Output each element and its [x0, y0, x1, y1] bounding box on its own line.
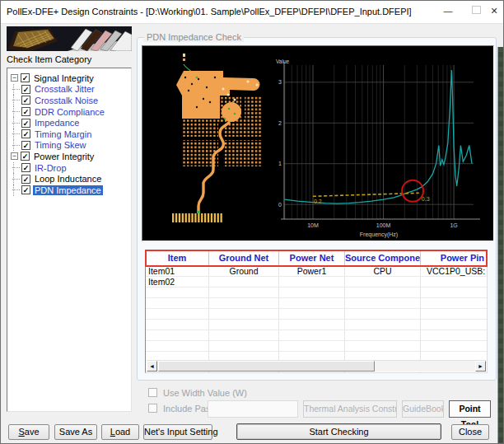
thermal-analysis-button: Thermal Analysis Constraints: [303, 400, 397, 418]
table-cell: CPU: [345, 266, 421, 276]
svg-text:0.2: 0.2: [314, 199, 322, 204]
tree-guide-line: [12, 179, 20, 180]
table-cell: [421, 330, 487, 340]
table-row-empty[interactable]: [146, 287, 487, 298]
use-width-checkbox[interactable]: [148, 388, 157, 397]
table-row-item01[interactable]: Item01GroundPower1CPUVCC1P0_USB: FB113: [146, 266, 487, 277]
tree-guide-line: [12, 100, 20, 100]
checkbox-icon[interactable]: ✓: [21, 107, 30, 116]
close-dialog-button[interactable]: Close: [451, 424, 489, 440]
table-cell: [279, 287, 345, 297]
table-cell: [421, 309, 487, 319]
column-header-power-net[interactable]: Power Net: [279, 250, 345, 266]
category-label: Check Item Category: [7, 54, 91, 64]
pass-data-input[interactable]: [208, 400, 298, 418]
tree-item-label: Crosstalk Jitter: [33, 84, 96, 94]
svg-text:Frequency(Hz): Frequency(Hz): [360, 231, 398, 238]
checkbox-icon[interactable]: ✓: [21, 141, 30, 150]
tree-item-loop-inductance[interactable]: ✓Loop Inductance: [7, 173, 131, 185]
tree-guide-line: [12, 189, 20, 190]
table-cell: [345, 287, 421, 297]
product-banner-image: [7, 26, 132, 51]
horizontal-scrollbar[interactable]: ◄ ►: [147, 360, 486, 372]
pcb-layout-image: [149, 48, 274, 239]
checkbox-icon[interactable]: ✓: [21, 175, 30, 184]
scroll-right-arrow-icon[interactable]: ►: [475, 361, 486, 372]
checkbox-icon[interactable]: ✓: [21, 185, 30, 194]
checkbox-icon[interactable]: ✓: [21, 96, 30, 105]
svg-text:1: 1: [278, 161, 282, 166]
tree-item-ir-drop[interactable]: ✓IR-Drop: [7, 162, 131, 174]
table-cell: [209, 309, 279, 319]
table-cell: [345, 277, 421, 287]
column-header-item[interactable]: Item: [146, 250, 209, 266]
tree-item-timing-margin[interactable]: ✓Timing Margin: [7, 129, 131, 140]
table-cell: [345, 298, 421, 308]
impedance-chart: 10M100M1G0123ValueFrequency(Hz)0.20.3: [275, 47, 492, 240]
table-cell: [279, 330, 345, 340]
table-row-empty[interactable]: [146, 330, 487, 341]
minimize-button[interactable]: —: [436, 0, 460, 22]
tree-item-label: Timing Margin: [33, 129, 93, 139]
expander-icon[interactable]: −: [11, 152, 18, 160]
tree-item-signal-integrity[interactable]: −✓Signal Integrity: [7, 72, 131, 84]
table-cell: Power1: [279, 266, 345, 276]
table-cell: [146, 309, 209, 319]
table-cell: [146, 287, 209, 297]
save-button[interactable]: Save: [8, 424, 49, 440]
svg-text:3: 3: [278, 79, 282, 85]
save-as-button[interactable]: Save As: [54, 424, 97, 440]
checkbox-icon[interactable]: ✓: [21, 163, 30, 172]
scroll-left-arrow-icon[interactable]: ◄: [147, 361, 157, 372]
titlebar: PollEx-DFE+ Design Constraints - [D:\Wor…: [0, 0, 504, 24]
svg-text:0: 0: [278, 202, 282, 208]
table-cell: [146, 330, 209, 340]
tree-guide-line: [12, 89, 20, 90]
maximize-icon: [472, 6, 481, 14]
table-cell: [421, 320, 487, 329]
svg-text:100M: 100M: [376, 222, 391, 228]
column-header-ground-net[interactable]: Ground Net: [209, 250, 279, 266]
column-header-power-pin[interactable]: Power Pin: [421, 250, 487, 266]
point-tool-button[interactable]: Point Tool: [449, 400, 491, 418]
table-row-item02[interactable]: Item02: [146, 277, 487, 287]
tree-item-crosstalk-noise[interactable]: ✓Crosstalk Noise: [7, 95, 131, 106]
tree-item-power-integrity[interactable]: −✓Power Integrity: [7, 151, 131, 162]
groupbox-title: PDN Impedance Check: [144, 32, 244, 42]
table-row-empty[interactable]: [146, 309, 487, 320]
table-cell: [421, 341, 487, 351]
table-cell: [279, 320, 345, 329]
checkbox-icon[interactable]: ✓: [21, 85, 30, 94]
nets-input-setting-button[interactable]: Net's Input Setting: [143, 424, 212, 440]
tree-item-impedance[interactable]: ✓Impedance: [7, 117, 131, 129]
table-cell: [209, 298, 279, 308]
table-cell: Ground: [209, 266, 279, 276]
checkbox-icon[interactable]: ✓: [21, 129, 30, 138]
table-body: Item01GroundPower1CPUVCC1P0_USB: FB113It…: [146, 266, 487, 373]
tree-guide-line: [12, 145, 20, 146]
tree-item-crosstalk-jitter[interactable]: ✓Crosstalk Jitter: [7, 84, 131, 96]
scroll-thumb[interactable]: [158, 361, 375, 372]
table-row-empty[interactable]: [146, 320, 487, 330]
expander-icon[interactable]: −: [11, 74, 18, 82]
svg-text:Value: Value: [276, 58, 290, 64]
checkbox-icon[interactable]: ✓: [21, 119, 30, 128]
close-button[interactable]: ✕: [483, 0, 504, 22]
checkbox-icon[interactable]: ✓: [21, 73, 30, 82]
include-pass-checkbox[interactable]: [148, 404, 157, 413]
column-header-source-component[interactable]: Source Component: [345, 250, 421, 266]
table-cell: [279, 298, 345, 308]
table-cell: Item01: [146, 266, 209, 276]
tree-item-pdn-impedance[interactable]: ✓PDN Impedance: [7, 185, 131, 196]
tree-item-ddr-compliance[interactable]: ✓DDR Compliance: [7, 106, 131, 118]
table-cell: [345, 309, 421, 319]
start-checking-button[interactable]: Start Checking: [236, 423, 441, 440]
tree-item-timing-skew[interactable]: ✓Timing Skew: [7, 140, 131, 152]
table-row-empty[interactable]: [146, 341, 487, 352]
checkbox-icon[interactable]: ✓: [21, 152, 30, 161]
table-row-empty[interactable]: [146, 298, 487, 309]
table-cell: [209, 320, 279, 329]
tree-item-label: Timing Skew: [33, 140, 88, 150]
window-title: PollEx-DFE+ Design Constraints - [D:\Wor…: [7, 7, 412, 16]
load-button[interactable]: Load: [101, 424, 139, 440]
